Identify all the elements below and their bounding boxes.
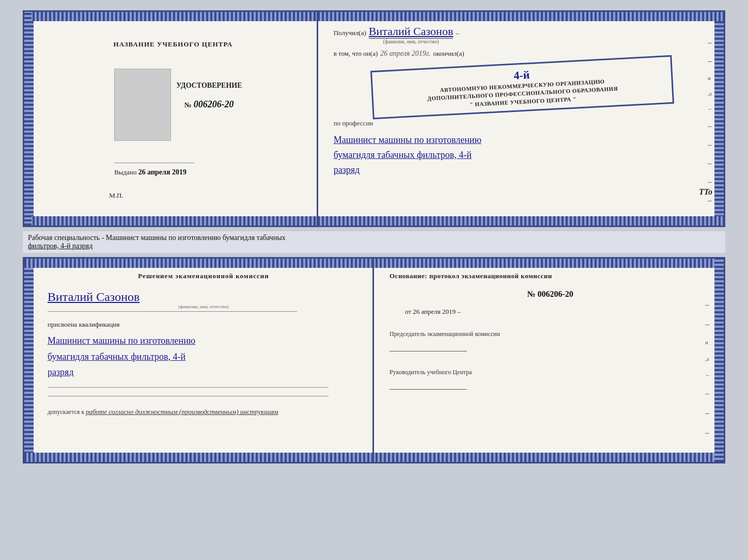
certificate-number: 006206-20 xyxy=(194,99,234,109)
top-certificate: НАЗВАНИЕ УЧЕБНОГО ЦЕНТРА УДОСТОВЕРЕНИЕ №… xyxy=(23,10,725,227)
date-value: 26 апреля 2019 xyxy=(413,308,456,315)
date-prefix: в том, что он(а) xyxy=(334,50,378,58)
cert-title: НАЗВАНИЕ УЧЕБНОГО ЦЕНТРА xyxy=(114,40,233,49)
head-label: Руководитель учебного Центра xyxy=(389,368,711,377)
inner-left-border xyxy=(24,12,32,226)
divider xyxy=(114,163,194,163)
recipient-line: Получил(а) Виталий Сазонов (фамилия, имя… xyxy=(334,25,711,44)
profession-line3: разряд xyxy=(334,163,711,178)
profession-label: по профессии xyxy=(334,119,711,127)
recipient-name: Виталий Сазонов xyxy=(369,25,453,39)
head-block: Руководитель учебного Центра xyxy=(389,368,711,390)
certificate-right-page: Получил(а) Виталий Сазонов (фамилия, имя… xyxy=(318,12,724,226)
profession-block: Машинист машины по изготовлению бумагидл… xyxy=(334,133,711,177)
date-from: от xyxy=(405,308,411,315)
profession-divider xyxy=(48,387,329,388)
protocol-number: № 006206-20 xyxy=(389,290,711,299)
chairman-block: Председатель экзаменационной комиссии xyxy=(389,330,711,351)
admitted-block: допускается к работе согласно должностны… xyxy=(48,408,360,416)
profession-divider2 xyxy=(48,396,329,396)
admitted-text: работе согласно должностным (производств… xyxy=(86,408,278,415)
specialty-prefix: Рабочая специальность - Машинист машины … xyxy=(28,234,286,242)
chairman-signature-line xyxy=(389,341,467,351)
issued-line: Выдано 26 апреля 2019 xyxy=(109,168,242,177)
bottom-profession-block: Машинист машины по изготовлению бумагидл… xyxy=(48,333,360,380)
udostoverenie-label: УДОСТОВЕРЕНИЕ xyxy=(176,82,242,90)
head-signature-line xyxy=(389,379,467,390)
name-divider xyxy=(48,311,297,312)
person-name: Виталий Сазонов xyxy=(48,290,139,304)
protocol-date: от 26 апреля 2019 – xyxy=(405,308,711,316)
bottom-right-border-decoration xyxy=(714,259,724,462)
fio-small: (фамилия, имя, отчество) xyxy=(178,304,228,309)
profession-line2: бумагидля табачных фильтров, 4-й xyxy=(334,148,711,163)
received-label: Получил(а) xyxy=(334,29,366,37)
bottom-certificate: Решением экаменационной комиссии Виталий… xyxy=(23,257,725,463)
admitted-label: допускается к xyxy=(48,408,84,415)
fio-label: (фамилия, имя, отчество) xyxy=(383,39,439,44)
stamp-box: 4-й АВТОНОМНУЮ НЕКОММЕРЧЕСКУЮ ОРГАНИЗАЦИ… xyxy=(370,55,674,120)
bottom-right-page: Основание: протокол экзаменационной коми… xyxy=(374,259,724,462)
issued-date: 26 апреля 2019 xyxy=(138,168,186,176)
certificate-left-page: НАЗВАНИЕ УЧЕБНОГО ЦЕНТРА УДОСТОВЕРЕНИЕ №… xyxy=(24,12,318,226)
specialty-underlined: фильтров, 4-й разряд xyxy=(28,242,92,250)
profession-line1: Машинист машины по изготовлению xyxy=(334,133,711,148)
commission-title: Решением экаменационной комиссии xyxy=(48,271,360,281)
assigned-label: присвоена квалификация xyxy=(48,321,360,329)
bottom-profession-line3: разряд xyxy=(48,364,360,380)
finished-label: окончил(а) xyxy=(433,50,464,58)
number-label: № 006206-20 xyxy=(184,99,234,110)
mp-text: М.П. xyxy=(109,191,123,200)
specialty-text: Рабочая специальность - Машинист машины … xyxy=(23,231,725,253)
date-handwritten: 26 апреля 2019г. xyxy=(380,50,430,58)
photo-placeholder xyxy=(114,69,171,141)
chairman-label: Председатель экзаменационной комиссии xyxy=(389,330,711,339)
bottom-left-page: Решением экаменационной комиссии Виталий… xyxy=(24,259,374,462)
document-container: НАЗВАНИЕ УЧЕБНОГО ЦЕНТРА УДОСТОВЕРЕНИЕ №… xyxy=(23,10,725,463)
foundation-line: Основание: протокол экзаменационной коми… xyxy=(389,271,711,281)
bottom-profession-line2: бумагидля табачных фильтров, 4-й xyxy=(48,349,360,365)
bottom-profession-line1: Машинист машины по изготовлению xyxy=(48,333,360,349)
